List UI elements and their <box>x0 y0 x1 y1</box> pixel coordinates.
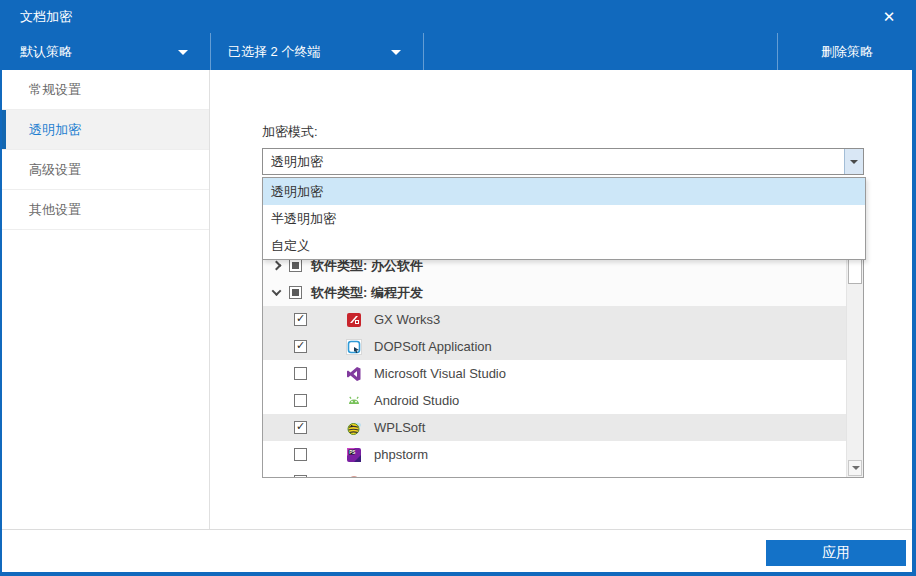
sidebar-item-label: 透明加密 <box>29 122 81 137</box>
sidebar-item-1[interactable]: 透明加密 <box>2 110 209 150</box>
sidebar-item-label: 其他设置 <box>29 202 81 217</box>
group-checkbox[interactable] <box>289 286 302 299</box>
item-label: DOPSoft Application <box>374 339 492 354</box>
scrollbar-down-button[interactable] <box>848 460 862 476</box>
encryption-mode-dropdown: 透明加密半透明加密自定义 <box>262 177 866 260</box>
toolbar-spacer <box>424 33 777 70</box>
item-checkbox[interactable] <box>294 475 307 478</box>
item-label: GX Works3 <box>374 312 440 327</box>
sidebar-item-label: 高级设置 <box>29 162 81 177</box>
software-group-row-1[interactable]: 软件类型: 编程开发 <box>263 279 846 306</box>
software-item-row-1-1[interactable]: DOPSoft Application <box>263 333 846 360</box>
sidebar-item-3[interactable]: 其他设置 <box>2 190 209 230</box>
chevron-icon[interactable] <box>272 286 282 296</box>
combobox-arrow-button[interactable] <box>844 149 863 174</box>
sidebar: 常规设置 透明加密 高级设置 其他设置 <box>2 70 210 529</box>
editplus-icon <box>346 474 362 479</box>
encryption-mode-label: 加密模式: <box>262 123 318 141</box>
item-checkbox[interactable] <box>294 421 307 434</box>
chevron-down-icon <box>178 50 188 55</box>
window-title: 文档加密 <box>20 0 72 33</box>
item-checkbox[interactable] <box>294 367 307 380</box>
dropdown-option-0[interactable]: 透明加密 <box>263 178 865 205</box>
software-item-row-1-5[interactable]: PS phpstorm <box>263 441 846 468</box>
title-bar: 文档加密 ✕ <box>0 0 916 33</box>
document-encryption-window: 文档加密 ✕ 默认策略 已选择 2 个终端 删除策略 常规设置 透明加密 高级设… <box>0 0 916 576</box>
software-item-row-1-3[interactable]: Android Studio <box>263 387 846 414</box>
chevron-down-icon <box>850 160 858 164</box>
sidebar-item-label: 常规设置 <box>29 82 81 97</box>
sidebar-item-0[interactable]: 常规设置 <box>2 70 209 110</box>
software-list-rows: 软件类型: 办公软件 软件类型: 编程开发 GX Works3 DOPSoft … <box>263 252 846 478</box>
policy-selector-label: 默认策略 <box>20 44 72 59</box>
combobox-value: 透明加密 <box>271 154 323 169</box>
chevron-down-icon <box>391 50 401 55</box>
toolbar: 默认策略 已选择 2 个终端 删除策略 <box>0 33 916 70</box>
item-checkbox[interactable] <box>294 448 307 461</box>
footer-bar: 应用 <box>2 529 912 572</box>
scrollbar-thumb[interactable] <box>848 259 862 284</box>
item-label: EditPlus <box>374 474 422 478</box>
software-item-row-1-4[interactable]: WPLSoft <box>263 414 846 441</box>
software-item-row-1-6[interactable]: EditPlus <box>263 468 846 478</box>
item-checkbox[interactable] <box>294 313 307 326</box>
phpstorm-icon: PS <box>346 447 362 463</box>
terminal-selector[interactable]: 已选择 2 个终端 <box>211 33 424 70</box>
dropdown-option-2[interactable]: 自定义 <box>263 232 865 259</box>
main-panel: 加密模式: 透明加密 软件类型: 办公软件 软件类型: 编程开发 GX Work… <box>210 70 912 529</box>
item-label: phpstorm <box>374 447 428 462</box>
visual-studio-icon <box>346 366 362 382</box>
group-checkbox[interactable] <box>289 259 302 272</box>
close-icon[interactable]: ✕ <box>876 0 902 33</box>
list-scrollbar[interactable] <box>846 252 863 477</box>
software-item-row-1-0[interactable]: GX Works3 <box>263 306 846 333</box>
dropdown-option-1[interactable]: 半透明加密 <box>263 205 865 232</box>
svg-text:PS: PS <box>349 449 355 454</box>
item-checkbox[interactable] <box>294 394 307 407</box>
window-body: 常规设置 透明加密 高级设置 其他设置 加密模式: 透明加密 软件类型: 办公软… <box>2 70 912 529</box>
dopsoft-icon <box>346 339 362 355</box>
item-checkbox[interactable] <box>294 340 307 353</box>
sidebar-item-2[interactable]: 高级设置 <box>2 150 209 190</box>
item-label: WPLSoft <box>374 420 425 435</box>
gx-works3-icon <box>346 312 362 328</box>
android-studio-icon <box>346 393 362 409</box>
item-label: Android Studio <box>374 393 459 408</box>
item-label: Microsoft Visual Studio <box>374 366 506 381</box>
group-label: 软件类型: 编程开发 <box>311 284 423 302</box>
policy-selector[interactable]: 默认策略 <box>0 33 211 70</box>
apply-button[interactable]: 应用 <box>766 540 906 566</box>
wplsoft-icon <box>346 420 362 436</box>
encryption-mode-combobox[interactable]: 透明加密 <box>262 148 864 175</box>
terminal-selector-label: 已选择 2 个终端 <box>228 44 320 59</box>
delete-policy-button[interactable]: 删除策略 <box>777 33 916 70</box>
chevron-icon[interactable] <box>272 261 282 271</box>
software-list: 软件类型: 办公软件 软件类型: 编程开发 GX Works3 DOPSoft … <box>262 251 864 478</box>
software-item-row-1-2[interactable]: Microsoft Visual Studio <box>263 360 846 387</box>
